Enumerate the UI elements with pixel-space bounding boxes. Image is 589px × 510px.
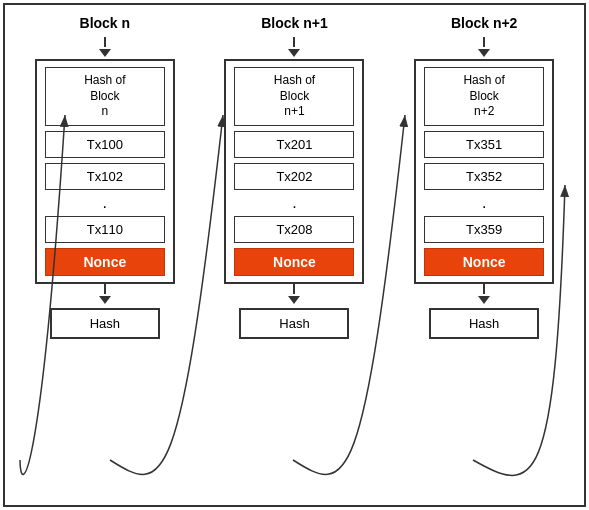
arrow-line-6 [483,284,485,294]
block-n2-box: Hash ofBlockn+2 Tx351 Tx352 . Tx359 Nonc… [414,59,554,284]
arrow-down-2 [99,296,111,304]
block-n2-column: Block n+2 Hash ofBlockn+2 Tx351 Tx352 . … [414,15,554,339]
block-n1-box: Hash ofBlockn+1 Tx201 Tx202 . Tx208 Nonc… [224,59,364,284]
block-n-tx2: Tx102 [45,163,165,190]
block-n2-tx3: Tx359 [424,216,544,243]
arrow-line-4 [293,284,295,294]
block-n1-tx3: Tx208 [234,216,354,243]
arrow-line-2 [104,284,106,294]
block-n-column: Block n Hash ofBlockn Tx100 Tx102 . Tx11… [35,15,175,339]
block-n2-nonce: Nonce [424,248,544,276]
block-n-tx3: Tx110 [45,216,165,243]
diagram-container: Block n Hash ofBlockn Tx100 Tx102 . Tx11… [5,5,584,505]
block-n1-title: Block n+1 [261,15,328,31]
block-n-hash-cell: Hash ofBlockn [45,67,165,126]
block-n2-title: Block n+2 [451,15,518,31]
block-n1-tx1: Tx201 [234,131,354,158]
block-n1-nonce: Nonce [234,248,354,276]
block-n-title: Block n [80,15,131,31]
block-n-tx1: Tx100 [45,131,165,158]
arrow-down-6 [478,296,490,304]
block-n-nonce: Nonce [45,248,165,276]
block-n1-dots: . [292,195,296,211]
arrow-down-5 [478,49,490,57]
block-n-hash-output: Hash [50,308,160,339]
arrow-line-5 [483,37,485,47]
block-n2-tx2: Tx352 [424,163,544,190]
arrow-line-1 [104,37,106,47]
block-n1-tx2: Tx202 [234,163,354,190]
arrow-down-1 [99,49,111,57]
block-n-box: Hash ofBlockn Tx100 Tx102 . Tx110 Nonce [35,59,175,284]
block-n2-hash-cell: Hash ofBlockn+2 [424,67,544,126]
block-n1-hash-cell: Hash ofBlockn+1 [234,67,354,126]
block-n2-dots: . [482,195,486,211]
block-n2-tx1: Tx351 [424,131,544,158]
arrow-down-3 [288,49,300,57]
block-n-dots: . [103,195,107,211]
diagram-border: Block n Hash ofBlockn Tx100 Tx102 . Tx11… [3,3,586,507]
block-n2-hash-output: Hash [429,308,539,339]
arrow-line-3 [293,37,295,47]
arrow-down-4 [288,296,300,304]
block-n1-column: Block n+1 Hash ofBlockn+1 Tx201 Tx202 . … [224,15,364,339]
block-n1-hash-output: Hash [239,308,349,339]
